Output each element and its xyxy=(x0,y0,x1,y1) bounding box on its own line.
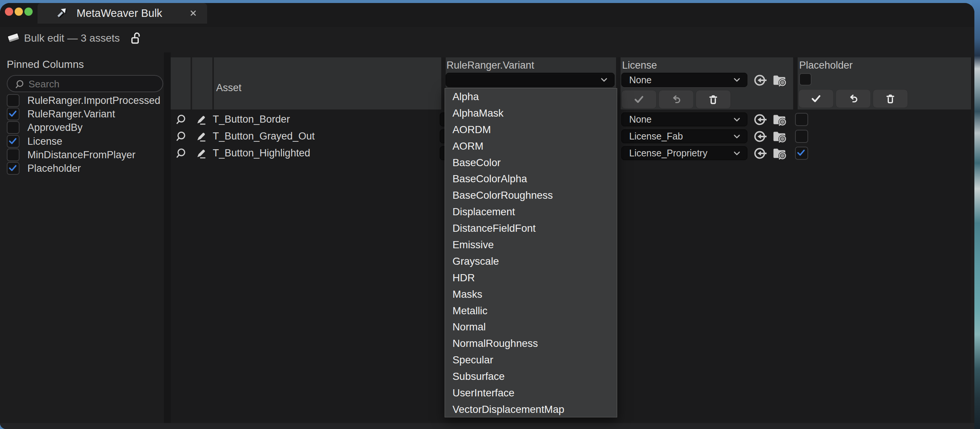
license-row-value: None xyxy=(629,113,652,126)
dropdown-option[interactable]: UserInterface xyxy=(445,385,617,401)
dropdown-option[interactable]: BaseColorAlpha xyxy=(445,171,617,187)
zoom-window-button[interactable] xyxy=(24,8,33,16)
placeholder-row-checkbox[interactable] xyxy=(795,147,808,160)
license-clear-button[interactable] xyxy=(695,90,731,109)
license-revert-button[interactable] xyxy=(659,90,694,109)
license-row-select[interactable]: License_Proprietry xyxy=(621,146,748,160)
license-row-select[interactable]: License_Fab xyxy=(621,129,748,143)
trash-icon xyxy=(708,94,719,105)
license-row-select[interactable]: None xyxy=(621,113,748,126)
browse-to-asset-icon[interactable] xyxy=(772,147,787,160)
variant-dropdown-popup: Alpha AlphaMask AORDM AORM BaseColor Bas… xyxy=(445,88,617,417)
asset-name: T_Button_Grayed_Out xyxy=(213,129,315,143)
dropdown-option[interactable]: AORDM xyxy=(445,121,617,138)
dropdown-option[interactable]: DistanceFieldFont xyxy=(445,220,617,237)
license-row-value: License_Proprietry xyxy=(629,147,707,160)
sidebar-item-ruleranger-importprocessed[interactable]: RuleRanger.ImportProcessed xyxy=(0,94,164,107)
placeholder-row-checkbox[interactable] xyxy=(795,130,808,143)
search-icon xyxy=(14,79,25,90)
browse-to-asset-icon[interactable] xyxy=(772,130,787,143)
metaweaver-window: MetaWeaver Bulk Bulk edit — 3 assets Pin… xyxy=(0,3,974,429)
browse-to-asset-icon[interactable] xyxy=(772,73,787,87)
placeholder-header-checkbox[interactable] xyxy=(799,73,811,86)
close-tab-icon[interactable] xyxy=(189,9,198,17)
pencil-icon[interactable] xyxy=(195,130,207,143)
search-box[interactable] xyxy=(7,75,163,92)
dropdown-option[interactable]: HDR xyxy=(445,270,617,286)
checkbox[interactable] xyxy=(7,162,19,175)
use-selected-asset-icon[interactable] xyxy=(753,113,768,126)
check-icon xyxy=(8,163,18,173)
placeholder-row-checkbox[interactable] xyxy=(795,113,808,126)
dropdown-option[interactable]: Metallic xyxy=(445,303,617,319)
dropdown-option[interactable]: Subsurface xyxy=(445,368,617,385)
dropdown-option[interactable]: Specular xyxy=(445,352,617,368)
eraser-icon xyxy=(6,30,21,46)
check-icon xyxy=(633,94,644,105)
license-column-header: License xyxy=(622,59,657,71)
dropdown-option[interactable]: AlphaMask xyxy=(445,105,617,121)
trash-icon xyxy=(885,93,896,104)
search-icon[interactable] xyxy=(175,114,187,126)
dropdown-option[interactable]: Normal xyxy=(445,319,617,335)
dropdown-option[interactable]: BaseColor xyxy=(445,154,617,171)
chevron-down-icon xyxy=(732,132,742,141)
use-selected-asset-icon[interactable] xyxy=(753,130,768,143)
dropdown-option[interactable]: BaseColorRoughness xyxy=(445,187,617,203)
dropdown-option[interactable]: VectorDisplacementMap xyxy=(445,401,617,418)
sidebar-table-divider xyxy=(164,52,171,423)
chevron-down-icon xyxy=(732,148,742,158)
search-icon[interactable] xyxy=(175,130,187,143)
license-apply-button[interactable] xyxy=(621,90,657,109)
window-bottom-chrome xyxy=(0,423,974,429)
dropdown-option[interactable]: Masks xyxy=(445,286,617,303)
column-divider xyxy=(191,57,192,110)
dropdown-option[interactable]: AORM xyxy=(445,138,617,154)
placeholder-revert-button[interactable] xyxy=(835,89,871,108)
chevron-down-icon xyxy=(732,75,742,85)
column-divider xyxy=(793,57,798,110)
title-bar: MetaWeaver Bulk xyxy=(0,3,974,27)
chevron-down-icon xyxy=(732,115,742,124)
placeholder-clear-button[interactable] xyxy=(873,89,908,108)
arrow-ne-icon xyxy=(55,6,68,20)
dropdown-option[interactable]: NormalRoughness xyxy=(445,335,617,352)
dropdown-option[interactable]: Emissive xyxy=(445,237,617,253)
chevron-down-icon xyxy=(599,75,609,85)
use-selected-asset-icon[interactable] xyxy=(753,147,768,160)
close-window-button[interactable] xyxy=(5,8,13,16)
asset-name: T_Button_Border xyxy=(213,113,290,126)
check-icon xyxy=(796,148,806,157)
sidebar-item-placeholder[interactable]: Placeholder xyxy=(0,162,164,175)
search-icon[interactable] xyxy=(175,148,187,159)
variant-header-select[interactable] xyxy=(446,73,614,87)
check-icon xyxy=(810,93,822,104)
pencil-icon[interactable] xyxy=(195,114,207,126)
sidebar-item-label: Placeholder xyxy=(27,162,81,175)
dropdown-option[interactable]: Alpha xyxy=(445,89,617,105)
pinned-columns-title: Pinned Columns xyxy=(7,59,84,70)
desktop: MetaWeaver Bulk Bulk edit — 3 assets Pin… xyxy=(0,0,980,429)
dropdown-option[interactable]: Grayscale xyxy=(445,253,617,270)
minimize-window-button[interactable] xyxy=(14,8,23,16)
undo-icon xyxy=(670,94,682,105)
pencil-icon[interactable] xyxy=(195,148,207,159)
placeholder-apply-button[interactable] xyxy=(799,89,834,108)
tab-metaweaver-bulk[interactable]: MetaWeaver Bulk xyxy=(38,3,207,24)
browse-to-asset-icon[interactable] xyxy=(772,113,787,126)
use-selected-asset-icon[interactable] xyxy=(753,73,768,87)
search-input[interactable] xyxy=(28,76,157,92)
checkbox[interactable] xyxy=(7,94,19,107)
tab-title: MetaWeaver Bulk xyxy=(76,3,162,24)
license-header-select[interactable]: None xyxy=(621,73,748,87)
column-divider xyxy=(212,57,214,110)
asset-column-header: Asset xyxy=(216,82,242,94)
lock-open-icon[interactable] xyxy=(130,31,143,46)
bulk-edit-title: Bulk edit — 3 assets xyxy=(24,30,120,46)
dropdown-option[interactable]: Displacement xyxy=(445,203,617,220)
asset-name: T_Button_Highlighted xyxy=(213,146,310,160)
license-row-value: License_Fab xyxy=(629,130,683,143)
placeholder-column-header: Placeholder xyxy=(799,59,853,71)
undo-icon xyxy=(848,93,859,104)
license-header-select-value: None xyxy=(629,73,652,87)
